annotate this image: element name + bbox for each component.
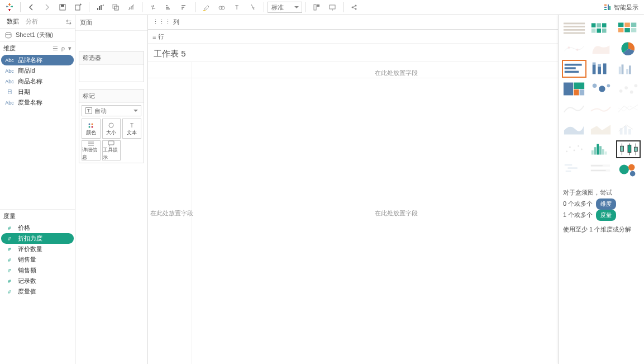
mark-color-button[interactable]: 颜色 — [82, 119, 101, 139]
new-worksheet-button[interactable]: + — [93, 1, 107, 13]
svg-point-45 — [91, 123, 93, 125]
back-button[interactable] — [24, 1, 39, 13]
svg-rect-69 — [631, 28, 636, 32]
showme-text-table[interactable] — [562, 20, 586, 37]
dimension-field[interactable]: 日日期 — [1, 87, 74, 97]
showme-dual-combo[interactable] — [616, 120, 641, 138]
dimension-field[interactable]: Abc品牌名称 — [1, 55, 74, 65]
tab-analytics[interactable]: 分析 — [22, 17, 41, 26]
mark-text-button[interactable]: T文本 — [122, 119, 141, 139]
mark-detail-button[interactable]: 详细信息 — [82, 140, 101, 160]
measure-field[interactable]: #记录数 — [1, 276, 74, 286]
svg-rect-75 — [593, 64, 596, 74]
svg-rect-86 — [574, 89, 579, 96]
view-list-icon[interactable]: ☰ — [53, 45, 58, 52]
svg-point-46 — [88, 126, 90, 127]
datasource-item[interactable]: Sheet1 (天猫) — [0, 29, 75, 41]
measure-field[interactable]: #销售额 — [1, 265, 74, 276]
measure-field[interactable]: #价格 — [1, 223, 74, 233]
showme-circle-view[interactable] — [589, 80, 613, 98]
showme-side-bar[interactable] — [616, 60, 641, 78]
svg-rect-76 — [593, 63, 596, 65]
showme-area-disc[interactable] — [589, 120, 613, 138]
mark-size-button[interactable]: 大小 — [102, 119, 121, 139]
duplicate-button[interactable] — [108, 1, 123, 13]
dimension-field[interactable]: Abc商品id — [1, 65, 74, 76]
measure-field[interactable]: #度量值 — [1, 286, 74, 297]
svg-text:+: + — [102, 3, 104, 7]
svg-rect-65 — [624, 23, 630, 27]
svg-rect-62 — [597, 29, 602, 33]
show-me-panel: 对于盒须图，尝试 0 个或多个 维度 1 个或多个 度量 使用至少 1 个维度或… — [558, 15, 644, 364]
svg-rect-72 — [565, 64, 582, 66]
highlight-button[interactable] — [199, 1, 213, 13]
dimension-field[interactable]: Abc度量名称 — [1, 97, 74, 108]
show-me-toggle[interactable]: 智能显示 — [602, 2, 641, 13]
showme-line-cont[interactable] — [562, 100, 586, 118]
showme-gantt[interactable] — [562, 160, 586, 178]
fit-select[interactable]: 标准 — [268, 2, 302, 13]
svg-rect-25 — [182, 7, 184, 8]
svg-rect-57 — [564, 32, 585, 34]
showme-bullet[interactable] — [589, 160, 613, 178]
showme-symbol-map[interactable] — [562, 40, 586, 58]
svg-point-102 — [581, 149, 583, 150]
tab-config-icon[interactable]: ⇆ — [66, 18, 71, 26]
svg-text:T: T — [130, 122, 133, 129]
measure-field[interactable]: #评价数量 — [1, 244, 74, 254]
showme-packed-bubble[interactable] — [616, 160, 641, 178]
save-button[interactable] — [55, 1, 70, 13]
label-button[interactable]: T — [230, 1, 245, 13]
svg-rect-107 — [602, 149, 604, 155]
svg-rect-105 — [597, 144, 599, 154]
svg-point-71 — [576, 49, 579, 51]
clear-button[interactable] — [124, 1, 139, 13]
sort-desc-button[interactable] — [177, 1, 192, 13]
svg-rect-121 — [591, 170, 606, 171]
showme-dual-line[interactable] — [616, 100, 641, 118]
presentation-button[interactable] — [325, 1, 340, 13]
search-icon[interactable]: ρ — [61, 45, 65, 52]
svg-rect-74 — [565, 71, 579, 73]
forward-button[interactable] — [40, 1, 54, 13]
measure-field[interactable]: #折扣力度 — [1, 233, 74, 244]
showme-side-circle[interactable] — [616, 80, 641, 98]
showme-treemap[interactable] — [562, 80, 586, 98]
svg-rect-53 — [108, 141, 114, 145]
new-data-button[interactable] — [71, 1, 85, 13]
svg-rect-66 — [631, 23, 636, 27]
svg-rect-119 — [591, 165, 603, 166]
show-cards-button[interactable] — [309, 1, 324, 13]
showme-scatter[interactable] — [562, 140, 586, 158]
svg-rect-42 — [609, 6, 610, 10]
showme-stacked-bar[interactable] — [589, 60, 613, 78]
showme-highlight-table[interactable] — [616, 20, 641, 37]
showme-area-cont[interactable] — [562, 120, 586, 138]
format-button[interactable] — [246, 1, 260, 13]
svg-rect-7 — [8, 10, 11, 10]
mark-tooltip-button[interactable]: 工具提示 — [102, 140, 121, 160]
showme-histogram[interactable] — [589, 140, 613, 158]
filters-shelf[interactable] — [79, 65, 144, 82]
svg-rect-9 — [61, 4, 64, 7]
showme-filled-map[interactable] — [589, 40, 613, 58]
sort-asc-button[interactable] — [161, 1, 176, 13]
swap-button[interactable] — [146, 1, 160, 13]
svg-rect-83 — [629, 65, 631, 74]
group-button[interactable] — [214, 1, 229, 13]
showme-footer: 使用至少 1 个维度或分解 — [563, 224, 640, 235]
showme-box-plot[interactable] — [616, 140, 641, 158]
showme-heat-map[interactable] — [589, 20, 613, 37]
marks-type-select[interactable]: 自动 — [82, 105, 141, 116]
tab-data[interactable]: 数据 — [3, 17, 22, 26]
showme-pie[interactable] — [616, 40, 641, 58]
svg-rect-59 — [597, 23, 602, 27]
svg-rect-106 — [599, 146, 602, 154]
dropdown-icon[interactable]: ▾ — [68, 45, 71, 52]
share-button[interactable] — [347, 1, 361, 13]
dimension-field[interactable]: Abc商品名称 — [1, 76, 74, 87]
svg-point-124 — [630, 171, 636, 177]
showme-hbar[interactable] — [562, 60, 586, 78]
showme-line-disc[interactable] — [589, 100, 613, 118]
measure-field[interactable]: #销售量 — [1, 254, 74, 265]
